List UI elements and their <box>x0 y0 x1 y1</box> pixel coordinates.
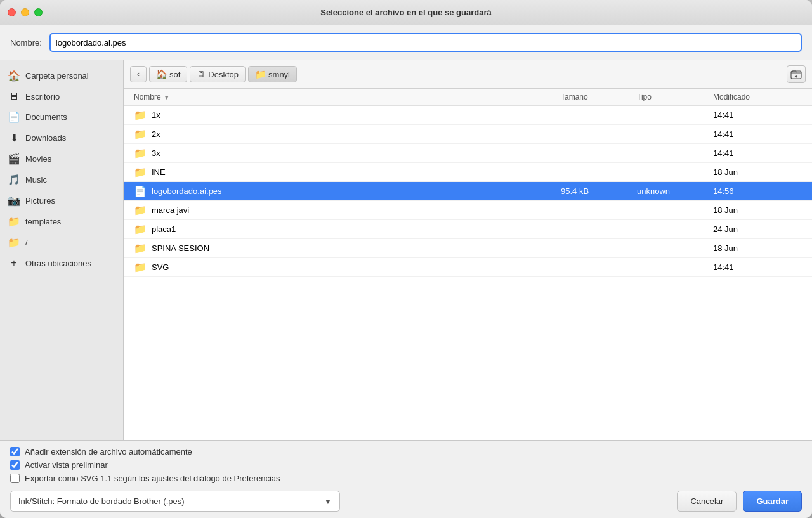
sidebar-item-label: Downloads <box>25 133 66 143</box>
main-window: Seleccione el archivo en el que se guard… <box>0 0 812 518</box>
sidebar-item-pictures[interactable]: 📷 Pictures <box>0 190 123 211</box>
file-name-cell: 📁 1x <box>134 109 561 121</box>
file-name-cell: 📁 INE <box>134 166 561 178</box>
folder-icon: 📁 <box>134 166 147 178</box>
close-button[interactable] <box>8 8 16 16</box>
new-folder-button[interactable] <box>787 65 806 83</box>
sidebar-item-escritorio[interactable]: 🖥 Escritorio <box>0 86 123 107</box>
table-row[interactable]: 📁 2x 14:41 <box>124 125 812 144</box>
file-name-cell: 📁 2x <box>134 128 561 140</box>
checkbox-preview[interactable] <box>10 460 20 470</box>
escritorio-icon: 🖥 <box>8 91 20 102</box>
sidebar-item-label: Movies <box>25 154 51 164</box>
file-size: 95.4 kB <box>561 186 637 196</box>
file-name: INE <box>152 167 166 177</box>
checkboxes-row: Añadir extensión de archivo automáticame… <box>10 447 802 483</box>
file-name-cell: 📄 logobordado.ai.pes <box>134 185 561 197</box>
table-row[interactable]: 📄 logobordado.ai.pes 95.4 kB unknown 14:… <box>124 182 812 201</box>
sidebar-item-templates[interactable]: 📁 templates <box>0 211 123 232</box>
checkbox-label-preview: Activar vista preliminar <box>25 460 108 470</box>
documents-icon: 📄 <box>8 111 20 123</box>
sidebar-item-label: / <box>25 238 28 247</box>
checkbox-add-extension[interactable] <box>10 447 20 456</box>
file-type: unknown <box>637 186 713 196</box>
sidebar-item-label: Carpeta personal <box>25 71 89 81</box>
sidebar-item-label: Music <box>25 175 47 185</box>
table-row[interactable]: 📁 marca javi 18 Jun <box>124 201 812 220</box>
sidebar-item-documents[interactable]: 📄 Documents <box>0 107 123 127</box>
file-browser: ‹ 🏠sof🖥Desktop📁smnyl Nombre ▼ <box>124 60 812 440</box>
filename-input[interactable] <box>49 33 802 52</box>
file-name-cell: 📁 SVG <box>134 261 561 273</box>
table-row[interactable]: 📁 3x 14:41 <box>124 144 812 163</box>
dropdown-arrow-icon: ▼ <box>324 497 332 506</box>
checkbox-item-preview: Activar vista preliminar <box>10 460 802 470</box>
titlebar: Seleccione el archivo en el que se guard… <box>0 0 812 25</box>
table-row[interactable]: 📁 SPINA SESION 18 Jun <box>124 239 812 258</box>
column-name[interactable]: Nombre ▼ <box>134 93 561 101</box>
table-row[interactable]: 📁 INE 18 Jun <box>124 163 812 182</box>
save-button[interactable]: Guardar <box>743 491 802 512</box>
file-modified: 14:41 <box>713 262 802 272</box>
cancel-button[interactable]: Cancelar <box>677 491 737 512</box>
file-modified: 18 Jun <box>713 243 802 253</box>
add-icon: + <box>8 257 20 269</box>
bottom-bar: Añadir extensión de archivo automáticame… <box>0 440 812 518</box>
traffic-lights <box>8 8 43 16</box>
nav-bar: ‹ 🏠sof🖥Desktop📁smnyl <box>124 60 812 89</box>
checkbox-export-svg[interactable] <box>10 474 20 483</box>
column-type[interactable]: Tipo <box>637 93 713 101</box>
format-label: Ink/Stitch: Formato de bordado Brother (… <box>18 496 185 506</box>
main-area: 🏠 Carpeta personal 🖥 Escritorio 📄 Docume… <box>0 60 812 440</box>
window-title: Seleccione el archivo en el que se guard… <box>320 8 492 17</box>
minimize-button[interactable] <box>21 8 29 16</box>
music-icon: 🎵 <box>8 174 20 186</box>
carpeta-personal-icon: 🏠 <box>8 70 20 82</box>
action-buttons: Cancelar Guardar <box>677 491 802 512</box>
sidebar-add-locations[interactable]: + Otras ubicaciones <box>0 253 123 273</box>
bottom-controls: Ink/Stitch: Formato de bordado Brother (… <box>10 491 802 512</box>
sidebar-item-root[interactable]: 📁 / <box>0 232 123 253</box>
file-name: SPINA SESION <box>152 243 209 253</box>
table-row[interactable]: 📁 SVG 14:41 <box>124 258 812 277</box>
back-button[interactable]: ‹ <box>130 66 147 82</box>
smnyl-icon: 📁 <box>255 69 266 79</box>
sidebar-item-downloads[interactable]: ⬇ Downloads <box>0 127 123 148</box>
format-dropdown[interactable]: Ink/Stitch: Formato de bordado Brother (… <box>10 491 340 512</box>
file-modified: 18 Jun <box>713 167 802 177</box>
file-modified: 18 Jun <box>713 205 802 215</box>
file-modified: 14:41 <box>713 110 802 120</box>
file-name-cell: 📁 placa1 <box>134 223 561 235</box>
root-icon: 📁 <box>8 236 20 249</box>
templates-icon: 📁 <box>8 216 20 228</box>
file-name: marca javi <box>152 205 189 215</box>
table-row[interactable]: 📁 placa1 24 Jun <box>124 220 812 239</box>
otras-ubicaciones-label: Otras ubicaciones <box>25 259 91 268</box>
file-list-area: 📁 1x 14:41 📁 2x 14:41 📁 3x 14:41 📁 INE 1… <box>124 106 812 440</box>
breadcrumb-desktop[interactable]: 🖥Desktop <box>190 66 246 82</box>
sidebar-item-carpeta-personal[interactable]: 🏠 Carpeta personal <box>0 65 123 86</box>
folder-icon: 📁 <box>134 109 147 121</box>
checkbox-item-export-svg: Exportar como SVG 1.1 según los ajustes … <box>10 474 802 483</box>
folder-icon: 📁 <box>134 242 147 254</box>
sidebar-item-movies[interactable]: 🎬 Movies <box>0 148 123 169</box>
desktop-icon: 🖥 <box>197 69 206 79</box>
column-modified[interactable]: Modificado <box>713 93 802 101</box>
folder-icon: 📁 <box>134 204 147 216</box>
breadcrumb-sof[interactable]: 🏠sof <box>149 66 187 82</box>
file-name: placa1 <box>152 224 176 234</box>
sof-icon: 🏠 <box>156 69 167 79</box>
sidebar-item-label: templates <box>25 217 61 226</box>
sidebar-item-music[interactable]: 🎵 Music <box>0 169 123 190</box>
table-row[interactable]: 📁 1x 14:41 <box>124 106 812 125</box>
folder-icon: 📁 <box>134 261 147 273</box>
sidebar-item-label: Escritorio <box>25 92 60 101</box>
file-name: 1x <box>152 110 160 120</box>
file-modified: 14:56 <box>713 186 802 196</box>
checkbox-label-export-svg: Exportar como SVG 1.1 según los ajustes … <box>25 474 280 483</box>
maximize-button[interactable] <box>34 8 43 16</box>
sidebar: 🏠 Carpeta personal 🖥 Escritorio 📄 Docume… <box>0 60 124 440</box>
breadcrumb-smnyl[interactable]: 📁smnyl <box>248 66 297 82</box>
column-size[interactable]: Tamaño <box>561 93 637 101</box>
breadcrumb-label: smnyl <box>268 70 290 79</box>
